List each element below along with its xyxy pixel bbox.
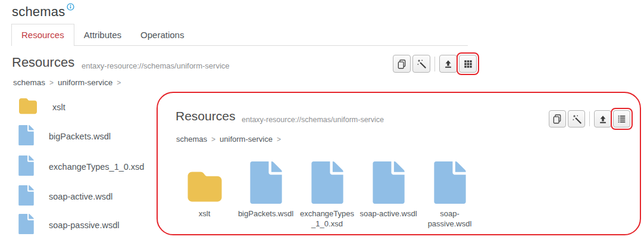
tab-resources[interactable]: Resources xyxy=(11,24,74,46)
grid-view-callout-panel: Resources entaxy-resource://schemas/unif… xyxy=(157,92,641,235)
toolbar-separator xyxy=(589,111,590,126)
info-icon[interactable] xyxy=(67,3,74,11)
item-label: xslt xyxy=(52,102,65,112)
file-icon xyxy=(372,160,405,204)
breadcrumb-separator: > xyxy=(277,135,281,144)
file-icon xyxy=(18,155,35,178)
list-item[interactable]: xslt xyxy=(18,95,65,119)
file-icon xyxy=(249,160,283,204)
resource-uri: entaxy-resource://schemas/uniform-servic… xyxy=(242,116,384,124)
tab-operations[interactable]: Operations xyxy=(131,24,193,45)
item-label: bigPackets.wsdl xyxy=(238,209,293,219)
list-item[interactable]: exchangeTypes_1_0.xsd xyxy=(18,155,144,179)
item-label: xslt xyxy=(199,209,211,219)
list-view-icon xyxy=(617,114,626,123)
page-title: schemas xyxy=(12,3,74,20)
section-title: Resources xyxy=(12,55,74,70)
grid-item[interactable]: soap-passive.wsdl xyxy=(419,160,480,229)
breadcrumb: schemas>uniform-service> xyxy=(13,78,125,87)
breadcrumb-item-schemas[interactable]: schemas xyxy=(13,78,45,87)
item-label: exchangeTypes_1_0.xsd xyxy=(298,209,356,229)
schemas-page: schemas Resources Attributes Operations … xyxy=(0,0,644,252)
grid-item[interactable]: bigPackets.wsdl xyxy=(235,160,296,229)
upload-button[interactable] xyxy=(594,110,611,127)
magic-wand-icon xyxy=(417,59,426,69)
grid-item[interactable]: exchangeTypes_1_0.xsd xyxy=(296,160,358,229)
file-icon xyxy=(18,185,35,208)
copy-button[interactable] xyxy=(549,110,566,127)
page-title-text: schemas xyxy=(12,4,65,19)
upload-icon xyxy=(598,114,608,124)
toolbar-separator xyxy=(434,57,435,71)
breadcrumb-item-schemas[interactable]: schemas xyxy=(176,135,207,144)
list-view-button[interactable] xyxy=(613,110,630,127)
copy-icon xyxy=(552,114,562,124)
item-label: soap-active.wsdl xyxy=(49,192,112,201)
magic-wand-icon xyxy=(572,114,582,124)
file-icon xyxy=(311,160,344,204)
upload-icon xyxy=(443,59,453,69)
grid-item[interactable]: xslt xyxy=(174,160,235,229)
item-label: soap-passive.wsdl xyxy=(49,220,119,230)
magic-wand-button[interactable] xyxy=(412,55,430,73)
file-icon xyxy=(433,160,467,204)
resource-uri: entaxy-resource://schemas/uniform-servic… xyxy=(82,61,230,70)
resources-toolbar xyxy=(393,55,477,73)
list-item[interactable]: soap-passive.wsdl xyxy=(18,213,119,237)
item-label: soap-active.wsdl xyxy=(359,209,417,219)
breadcrumb: schemas>uniform-service> xyxy=(176,135,285,144)
list-item[interactable]: soap-active.wsdl xyxy=(18,185,112,209)
copy-button[interactable] xyxy=(393,55,411,73)
upload-button[interactable] xyxy=(439,55,457,73)
resources-toolbar xyxy=(549,110,630,127)
breadcrumb-item-uniform-service[interactable]: uniform-service xyxy=(220,135,273,144)
breadcrumb-item-uniform-service[interactable]: uniform-service xyxy=(58,78,112,87)
item-label: soap-passive.wsdl xyxy=(421,209,479,229)
grid-item[interactable]: soap-active.wsdl xyxy=(358,160,419,229)
breadcrumb-separator: > xyxy=(49,79,54,87)
copy-icon xyxy=(397,59,407,69)
file-icon xyxy=(18,125,35,148)
folder-icon xyxy=(186,160,223,204)
breadcrumb-separator: > xyxy=(117,79,121,87)
grid-view-icon xyxy=(464,60,473,69)
folder-icon xyxy=(18,97,38,117)
magic-wand-button[interactable] xyxy=(568,110,585,127)
list-item[interactable]: bigPackets.wsdl xyxy=(18,125,111,148)
tab-bar: Resources Attributes Operations xyxy=(11,24,468,46)
item-label: exchangeTypes_1_0.xsd xyxy=(49,162,144,172)
tab-attributes[interactable]: Attributes xyxy=(74,24,131,45)
grid-view-button[interactable] xyxy=(459,55,477,73)
resource-grid: xslt bigPackets.wsdl exchangeTypes_1_0.x… xyxy=(174,160,480,229)
section-title: Resources xyxy=(176,109,235,123)
item-label: bigPackets.wsdl xyxy=(49,132,111,141)
breadcrumb-separator: > xyxy=(211,135,215,144)
file-icon xyxy=(18,214,35,237)
